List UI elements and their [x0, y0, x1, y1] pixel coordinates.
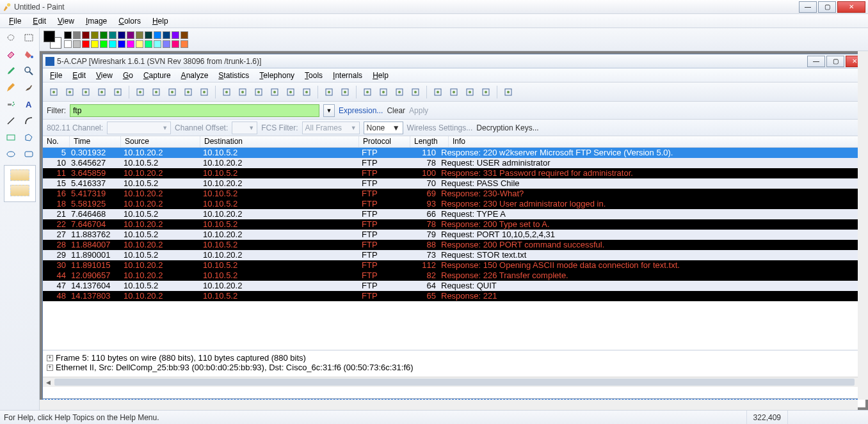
color-swatch[interactable] [145, 40, 152, 48]
go-back-button[interactable] [236, 85, 250, 99]
paint-menu-edit[interactable]: Edit [28, 15, 51, 27]
color-swatch[interactable] [73, 31, 81, 39]
color-swatch[interactable] [64, 40, 72, 48]
tool-rectangle[interactable] [3, 130, 19, 145]
ws-menu-statistics[interactable]: Statistics [214, 70, 253, 81]
color-swatch[interactable] [91, 31, 99, 39]
go-forward-button[interactable] [252, 85, 266, 99]
scroll-thumb[interactable] [54, 379, 855, 386]
packet-row[interactable]: 155.41633710.10.5.210.10.20.2FTP70Reques… [43, 178, 865, 189]
color-swatch[interactable] [127, 40, 134, 48]
tool-eraser[interactable] [3, 47, 19, 61]
filter-input[interactable]: ftp [70, 104, 319, 117]
tool-curve[interactable] [21, 114, 36, 128]
go-first-button[interactable] [284, 85, 298, 99]
packet-row[interactable]: 165.41731910.10.20.210.10.5.2FTP69Respon… [43, 189, 865, 199]
color-swatch[interactable] [163, 31, 170, 39]
color-swatch[interactable] [100, 40, 108, 48]
decryption-keys-link[interactable]: Decryption Keys... [476, 123, 538, 132]
tool-magnifier[interactable] [21, 64, 36, 78]
col-no[interactable]: No. [43, 136, 70, 147]
save-file-button[interactable] [149, 85, 163, 99]
start-capture-button[interactable] [79, 85, 93, 99]
color-swatch[interactable] [163, 40, 170, 48]
tool-polygon[interactable] [21, 130, 36, 145]
packet-row[interactable]: 113.64585910.10.20.210.10.5.2FTP100Respo… [43, 168, 865, 178]
reload-file-button[interactable] [181, 85, 195, 99]
ws-menu-capture[interactable]: Capture [139, 70, 175, 81]
paint-minimize-button[interactable]: — [799, 1, 817, 13]
go-last-button[interactable] [300, 85, 314, 99]
packet-list-body[interactable]: 50.30193210.10.20.210.10.5.2FTP110Respon… [43, 148, 865, 301]
ws-minimize-button[interactable]: — [807, 56, 825, 67]
color-swatch[interactable] [181, 40, 188, 48]
tool-free-select[interactable] [3, 31, 19, 45]
packet-row[interactable]: 185.58192510.10.20.210.10.5.2FTP93Respon… [43, 199, 865, 209]
col-length[interactable]: Length [410, 136, 449, 147]
capture-filters-button[interactable] [431, 85, 445, 99]
paint-menu-view[interactable]: View [52, 15, 79, 27]
packet-row[interactable]: 4814.13780310.10.20.210.10.5.2FTP65Respo… [43, 291, 865, 301]
tool-eyedropper[interactable] [3, 64, 19, 78]
stop-capture-button[interactable] [95, 85, 109, 99]
paint-menu-colors[interactable]: Colors [113, 15, 146, 27]
tool-rect-select[interactable] [21, 31, 36, 45]
tool-line[interactable] [3, 114, 19, 128]
packet-row[interactable]: 103.64562710.10.5.210.10.20.2FTP78Reques… [43, 158, 865, 168]
color-current-swatch[interactable] [44, 31, 61, 49]
tool-airbrush[interactable] [3, 97, 19, 111]
list-interfaces-button[interactable] [47, 85, 61, 99]
color-swatch[interactable] [91, 40, 99, 48]
color-swatch[interactable] [172, 31, 179, 39]
color-swatch[interactable] [73, 40, 81, 48]
packet-details-pane[interactable]: +Frame 5: 110 bytes on wire (880 bits), … [43, 350, 865, 377]
paint-vertical-scrollbar[interactable] [858, 51, 868, 400]
zoom-in-button[interactable] [360, 85, 374, 99]
ws-maximize-button[interactable]: ▢ [826, 56, 844, 67]
zoom-100-button[interactable] [392, 85, 406, 99]
packet-row[interactable]: 3011.89101510.10.20.210.10.5.2FTP112Resp… [43, 260, 865, 271]
color-swatch[interactable] [118, 40, 125, 48]
packet-row[interactable]: 217.64646810.10.5.210.10.20.2FTP66Reques… [43, 209, 865, 219]
color-swatch[interactable] [127, 31, 134, 39]
paint-menu-help[interactable]: Help [147, 15, 173, 27]
col-info[interactable]: Info [449, 136, 865, 147]
color-swatch[interactable] [145, 31, 152, 39]
tool-fill[interactable] [21, 47, 36, 61]
color-swatch[interactable] [136, 40, 143, 48]
paint-menu-image[interactable]: Image [81, 15, 112, 27]
color-swatch[interactable] [109, 31, 117, 39]
capture-options-button[interactable] [63, 85, 77, 99]
packet-row[interactable]: 227.64670410.10.20.210.10.5.2FTP78Respon… [43, 219, 865, 230]
find-packet-button[interactable] [220, 85, 234, 99]
packet-row[interactable]: 4412.09065710.10.20.210.10.5.2FTP82Respo… [43, 271, 865, 281]
ws-menu-view[interactable]: View [92, 70, 117, 81]
color-swatch[interactable] [64, 31, 72, 39]
ws-menu-file[interactable]: File [45, 70, 67, 81]
restart-capture-button[interactable] [111, 85, 125, 99]
ws-menu-analyze[interactable]: Analyze [177, 70, 213, 81]
resize-columns-button[interactable] [408, 85, 422, 99]
tool-brush[interactable] [21, 81, 36, 95]
go-to-packet-button[interactable] [268, 85, 282, 99]
ws-menu-help[interactable]: Help [368, 70, 393, 81]
tool-pencil[interactable] [3, 81, 19, 95]
ws-menu-internals[interactable]: Internals [328, 70, 367, 81]
expression-link[interactable]: Expression... [339, 106, 383, 115]
col-time[interactable]: Time [70, 136, 121, 147]
preferences-button[interactable] [479, 85, 493, 99]
tool-preview-opaque[interactable] [4, 165, 36, 202]
help-button[interactable] [501, 85, 515, 99]
color-swatch[interactable] [172, 40, 179, 48]
color-swatch[interactable] [82, 31, 90, 39]
auto-scroll-button[interactable] [338, 85, 352, 99]
packet-row[interactable]: 2911.89000110.10.5.210.10.20.2FTP73Reque… [43, 250, 865, 260]
paint-menu-file[interactable]: File [4, 15, 26, 27]
color-swatch[interactable] [109, 40, 117, 48]
filter-dropdown-button[interactable]: ▼ [323, 104, 335, 117]
display-filters-button[interactable] [447, 85, 461, 99]
tree-toggle-icon[interactable]: + [47, 355, 53, 361]
ws-menu-tools[interactable]: Tools [300, 70, 327, 81]
packet-row[interactable]: 50.30193210.10.20.210.10.5.2FTP110Respon… [43, 148, 865, 158]
tool-ellipse[interactable] [3, 147, 19, 161]
